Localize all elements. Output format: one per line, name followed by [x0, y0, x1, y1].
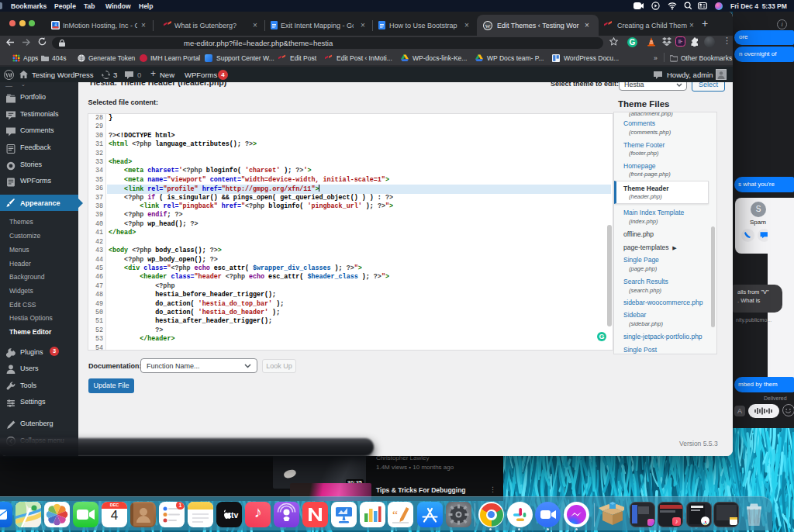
svg-text:tv: tv: [231, 510, 238, 520]
svg-text:“: “: [392, 509, 398, 522]
svg-text:4: 4: [54, 22, 57, 27]
svg-text:W: W: [485, 23, 491, 29]
